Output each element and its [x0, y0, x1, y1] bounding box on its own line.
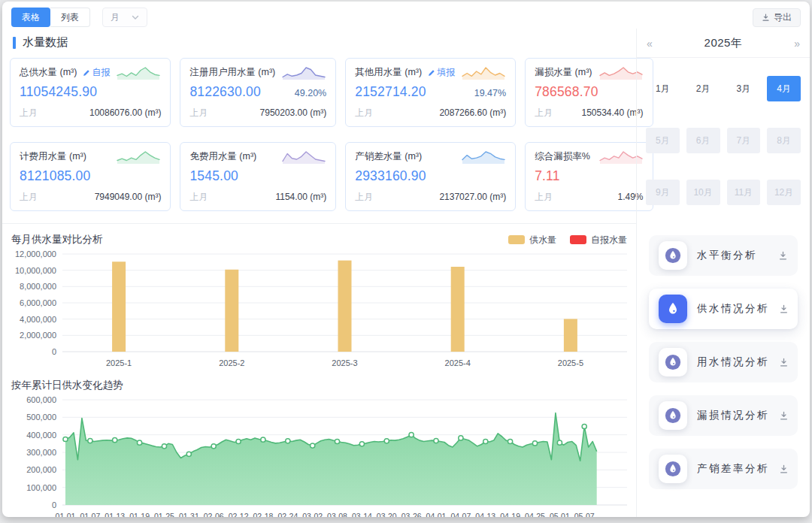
legend-item-0[interactable]: 供水量: [508, 234, 556, 246]
month-button-4[interactable]: 4月: [767, 76, 801, 101]
svg-text:01-25: 01-25: [154, 512, 174, 517]
export-button[interactable]: 导出: [753, 8, 801, 27]
analysis-item-5[interactable]: 产销差率分析: [649, 449, 798, 489]
sparkline: [116, 149, 161, 165]
svg-text:03-02: 03-02: [302, 512, 323, 517]
calendar-next-year-icon[interactable]: »: [794, 38, 800, 50]
svg-text:02-06: 02-06: [204, 512, 224, 517]
calendar-prev-year-icon[interactable]: «: [647, 38, 653, 50]
download-icon[interactable]: [779, 411, 789, 421]
svg-text:02-24: 02-24: [277, 512, 298, 517]
stat-card-percent: 49.20%: [295, 88, 326, 100]
analysis-item-icon-box: [659, 455, 687, 483]
bar-2025-4[interactable]: [451, 267, 465, 352]
month-button-3[interactable]: 3月: [727, 76, 761, 101]
data-point-marker[interactable]: [162, 444, 166, 449]
stat-card-value-row: 1545.00: [189, 168, 326, 184]
legend-swatch: [570, 235, 586, 244]
data-point-marker[interactable]: [286, 439, 290, 443]
stat-card-header: 计费用水量 (m³): [20, 149, 161, 165]
stat-card-8: 综合漏损率%7.11上月1.49%: [525, 142, 653, 211]
bar-2025-2[interactable]: [225, 270, 238, 352]
legend-item-1[interactable]: 自报水量: [570, 234, 627, 246]
download-icon[interactable]: [779, 358, 789, 367]
month-button-5: 5月: [646, 128, 680, 153]
data-point-marker[interactable]: [236, 439, 241, 443]
bar-2025-3[interactable]: [338, 261, 352, 352]
svg-text:04-19: 04-19: [500, 512, 520, 517]
analysis-item-4[interactable]: 漏损情况分析: [649, 395, 798, 436]
data-point-marker[interactable]: [211, 444, 216, 449]
data-point-marker[interactable]: [359, 442, 364, 446]
download-icon[interactable]: [779, 464, 789, 474]
tab-table[interactable]: 表格: [11, 8, 50, 27]
stat-card-title: 总供水量 (m³): [20, 66, 77, 79]
content: 水量数据 总供水量 (m³)自报11054245.90上月10086076.00…: [2, 29, 810, 517]
sparkline: [281, 65, 326, 80]
data-point-marker[interactable]: [532, 441, 537, 446]
sparkline: [281, 149, 326, 165]
card-edit-link[interactable]: 填报: [428, 66, 455, 79]
bar-chart-header: 每月供水量对比分析 供水量自报水量: [10, 231, 629, 249]
stat-card-value-row: 2933160.90: [355, 168, 506, 184]
stat-card-title: 免费用水量 (m³): [189, 150, 275, 163]
analysis-item-label: 漏损情况分析: [697, 409, 769, 422]
download-icon[interactable]: [779, 304, 789, 314]
data-point-marker[interactable]: [508, 439, 513, 443]
download-icon[interactable]: [778, 251, 788, 261]
stat-card-1: 总供水量 (m³)自报11054245.90上月10086076.00 (m³): [10, 58, 171, 127]
data-point-marker[interactable]: [434, 439, 438, 443]
svg-text:03-20: 03-20: [377, 512, 397, 517]
month-button-1[interactable]: 1月: [646, 76, 680, 101]
prev-month-label: 上月: [189, 107, 208, 119]
prev-month-value: 10086076.00 (m³): [89, 107, 161, 118]
monthly-supply-bar-chart: 02,000,0004,000,0006,000,0008,000,00010,…: [10, 249, 630, 373]
stat-card-prev-row: 上月7949049.00 (m³): [20, 191, 161, 204]
bar-2025-1[interactable]: [112, 262, 126, 352]
prev-month-label: 上月: [355, 107, 373, 119]
sparkline: [461, 149, 506, 165]
month-button-2[interactable]: 2月: [686, 76, 720, 101]
card-edit-link[interactable]: 自报: [83, 66, 110, 79]
data-point-marker[interactable]: [88, 439, 92, 443]
water-drop-icon: [665, 354, 681, 370]
stat-card-value-row: 8122630.0049.20%: [189, 84, 326, 100]
svg-text:0: 0: [52, 500, 56, 509]
stat-card-title: 注册用户用水量 (m³): [189, 66, 275, 79]
svg-text:500,000: 500,000: [26, 413, 56, 422]
analysis-item-3[interactable]: 用水情况分析: [649, 342, 798, 382]
bar-2025-5[interactable]: [564, 319, 577, 352]
stat-card-value: 11054245.90: [20, 84, 97, 100]
export-button-label: 导出: [774, 11, 792, 24]
stat-card-title: 计费用水量 (m³): [20, 150, 110, 163]
data-point-marker[interactable]: [384, 439, 389, 443]
data-point-marker[interactable]: [459, 436, 463, 440]
analysis-item-2[interactable]: 供水情况分析: [649, 289, 798, 329]
stat-card-prev-row: 上月7950203.00 (m³): [189, 107, 326, 119]
view-tab-group: 表格 列表: [11, 8, 90, 27]
analysis-item-icon-box: [659, 241, 687, 270]
data-point-marker[interactable]: [582, 424, 586, 428]
data-point-marker[interactable]: [409, 433, 414, 437]
analysis-item-1[interactable]: 水平衡分析: [649, 235, 798, 276]
data-point-marker[interactable]: [113, 438, 117, 443]
data-point-marker[interactable]: [138, 440, 142, 445]
svg-text:02-18: 02-18: [253, 512, 274, 517]
svg-text:2025-4: 2025-4: [445, 358, 471, 367]
data-point-marker[interactable]: [557, 440, 562, 445]
data-point-marker[interactable]: [335, 439, 339, 443]
tab-list[interactable]: 列表: [50, 8, 90, 27]
month-button-12: 12月: [767, 180, 801, 205]
data-point-marker[interactable]: [483, 439, 488, 443]
sidebar: « 2025年 » 1月2月3月4月5月6月7月8月9月10月11月12月 水平…: [636, 29, 810, 517]
data-point-marker[interactable]: [186, 452, 191, 456]
stat-card-percent: 19.47%: [474, 88, 506, 100]
data-point-marker[interactable]: [261, 437, 265, 442]
data-point-marker[interactable]: [63, 437, 68, 441]
period-dropdown[interactable]: 月: [102, 8, 147, 27]
card-edit-link-label: 填报: [437, 66, 455, 79]
stat-card-value: 2152714.20: [355, 84, 426, 100]
month-button-8: 8月: [767, 128, 801, 153]
data-point-marker[interactable]: [311, 443, 315, 448]
stat-card-3: 其他用水量 (m³)填报2152714.2019.47%上月2087266.60…: [345, 58, 516, 127]
